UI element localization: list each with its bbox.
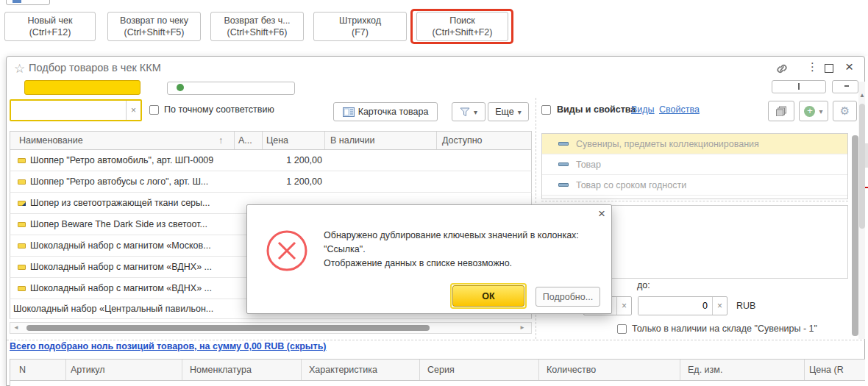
dashed-separator [541, 201, 848, 201]
cart-col-series: Серия [427, 365, 455, 375]
list-item-selected[interactable]: Сувениры, предметы коллекционирования [542, 134, 847, 154]
search-field-wrap: × [10, 99, 142, 121]
clipped-right-button-1[interactable] [772, 80, 826, 93]
table-row[interactable]: Шоппер "Ретро автобусы с лого", арт. Ш..… [10, 171, 532, 193]
clipped-toolbar-button[interactable] [6, 0, 50, 5]
filter-button[interactable]: ▾ [452, 102, 485, 121]
clipped-button-icon [13, 0, 21, 3]
product-card-icon [343, 107, 355, 117]
table-row[interactable]: Шоппер "Ретро автомобиль", арт. ШП-0009 … [10, 150, 532, 171]
type-dash-icon [558, 162, 569, 166]
product-card-label: Карточка товара [358, 107, 429, 117]
required-field-marker [865, 187, 868, 188]
col-name: Наименование [19, 135, 83, 146]
exact-match-checkbox[interactable] [149, 105, 159, 115]
close-icon[interactable]: × [845, 59, 853, 75]
currency-label: RUB [736, 301, 755, 311]
cart-col-price: Цена (R [809, 365, 844, 375]
clipped-secondary-action-button[interactable] [167, 82, 295, 95]
add-button[interactable]: + ▾ [799, 101, 828, 121]
col-instock: В наличии [330, 135, 374, 146]
products-table-header[interactable]: Наименование ↑ А... Цена В наличии Досту… [10, 131, 532, 150]
product-card-button[interactable]: Карточка товара [333, 102, 438, 121]
list-item[interactable]: Товар со сроком годности [542, 175, 847, 196]
favorite-star-icon[interactable]: ☆ [14, 61, 25, 76]
type-dash-icon [558, 142, 569, 146]
stock-only-checkbox[interactable] [617, 324, 627, 334]
cart-col-article: Артикул [71, 365, 105, 375]
scroll-left-icon[interactable]: ◄ [13, 324, 19, 331]
cart-col-nomenclature: Номенклатура [190, 365, 252, 375]
clipped-right-button-2[interactable] [832, 80, 858, 93]
error-message-line3: Отображение данных в списке невозможно. [324, 257, 603, 271]
types-list: Сувениры, предметы коллекционирования То… [541, 133, 848, 199]
add-icon: + [804, 106, 815, 117]
settings-button[interactable]: ⚙ [833, 101, 857, 121]
kebab-menu-icon[interactable]: ⋮ [807, 60, 818, 74]
dropdown-arrow-icon: ▾ [518, 108, 522, 116]
price-to-input[interactable] [638, 297, 712, 315]
products-hscrollbar[interactable]: ◄ ► [10, 322, 532, 334]
scroll-up-icon[interactable]: ▲ [859, 92, 865, 99]
clear-icon[interactable]: × [616, 297, 631, 315]
search-button[interactable]: Поиск(Ctrl+Shift+F2) [416, 12, 508, 41]
clipped-green-icon [177, 84, 184, 91]
clear-icon[interactable]: × [712, 297, 727, 315]
product-variant-icon [18, 201, 26, 206]
filter-icon [460, 107, 470, 117]
screen: Новый чек(Ctrl+F12) Возврат по чеку(Ctrl… [0, 0, 868, 386]
vscroll-thumb[interactable] [859, 104, 865, 229]
return-by-receipt-button[interactable]: Возврат по чеку(Ctrl+Shift+F5) [107, 12, 201, 41]
search-input[interactable] [11, 101, 126, 120]
more-button[interactable]: Еще ▾ [488, 102, 529, 121]
product-item-icon [18, 286, 26, 291]
col-a: А... [238, 135, 252, 146]
dropdown-arrow-icon: ▾ [474, 108, 477, 116]
summary-link[interactable]: Всего подобрано ноль позиций товаров, на… [10, 341, 327, 351]
list-item[interactable]: Товар [542, 154, 847, 175]
col-available: Доступно [442, 135, 483, 146]
search-clear-icon[interactable]: × [126, 101, 140, 120]
cart-col-characteristic: Характеристика [309, 365, 377, 375]
get-link-icon[interactable] [775, 63, 789, 76]
ok-button[interactable]: ОК [452, 285, 524, 307]
type-dash-icon [558, 183, 569, 187]
properties-link[interactable]: Свойства [659, 104, 700, 115]
maximize-icon[interactable] [825, 64, 833, 73]
barcode-button[interactable]: Штрихкод(F7) [313, 12, 407, 41]
return-without-receipt-button[interactable]: Возврат без ч...(Ctrl+Shift+F6) [210, 12, 304, 41]
clipped-yellow-action-button[interactable] [24, 80, 140, 95]
background-window-sliver [865, 56, 868, 386]
scroll-right-icon[interactable]: ► [519, 324, 525, 331]
background-sliver-block [865, 143, 868, 168]
product-item-icon [18, 179, 26, 185]
copy-icon [776, 106, 787, 116]
product-item-icon [18, 265, 26, 270]
hscroll-thumb[interactable] [26, 325, 430, 331]
error-dialog: × Обнаружено дублирование ключевых значе… [246, 204, 612, 314]
types-checkbox[interactable] [541, 105, 551, 115]
product-item-icon [18, 243, 26, 249]
exact-match-label: По точному соответствию [164, 104, 274, 115]
dashed-separator [7, 340, 866, 340]
price-to-field-wrap: × [638, 296, 728, 315]
price-to-label: до: [637, 280, 650, 290]
panel-vscroll-thumb[interactable] [852, 135, 858, 336]
types-panel-header: Виды и свойства [557, 104, 636, 115]
error-message-line2: "Ссылка". [324, 243, 603, 257]
window-title: Подбор товаров в чек ККМ [29, 62, 161, 74]
dialog-close-icon[interactable]: × [598, 207, 605, 221]
col-price: Цена [266, 135, 288, 146]
gear-icon: ⚙ [840, 104, 850, 118]
cart-table-header[interactable]: N Артикул Номенклатура Характеристика Се… [10, 359, 866, 381]
cart-col-n: N [19, 365, 26, 375]
details-button[interactable]: Подробно... [536, 287, 600, 307]
dropdown-arrow-icon: ▾ [819, 107, 822, 115]
new-receipt-button[interactable]: Новый чек(Ctrl+F12) [4, 12, 96, 41]
error-icon [265, 229, 309, 273]
copy-button[interactable] [768, 101, 794, 121]
stock-only-label: Только в наличии на складе "Сувениры - 1… [632, 324, 817, 334]
product-item-icon [18, 158, 26, 163]
types-link[interactable]: Виды [631, 104, 655, 115]
error-message-line1: Обнаружено дублирование ключевых значени… [324, 229, 603, 243]
